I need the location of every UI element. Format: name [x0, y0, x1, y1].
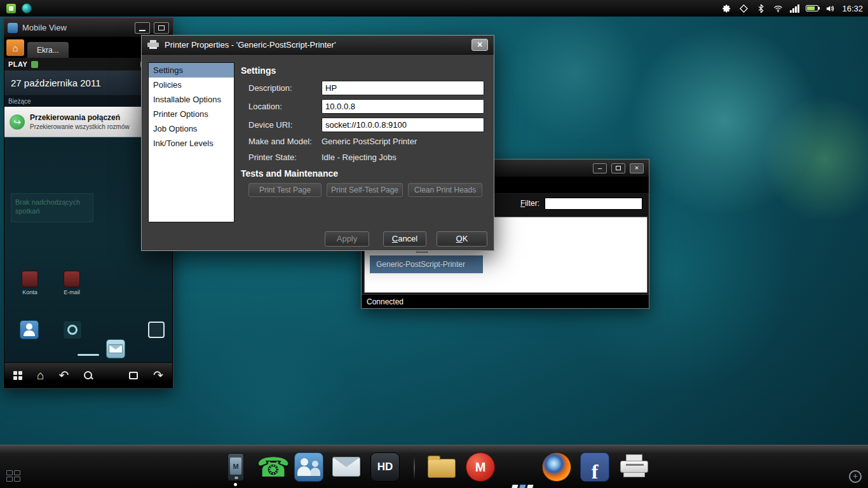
- description-label: Description:: [248, 83, 292, 93]
- mobile-view-app-icon: [8, 23, 18, 33]
- maximize-button[interactable]: [611, 163, 625, 173]
- date-text: 27 października 2011: [11, 78, 101, 88]
- printer-properties-dialog: Printer Properties - 'Generic-PostScript…: [141, 35, 494, 251]
- tray-left: [6, 3, 32, 13]
- status-widget-icon: [31, 61, 38, 68]
- dialog-titlebar[interactable]: Printer Properties - 'Generic-PostScript…: [142, 36, 494, 55]
- sidebar-item-policies[interactable]: Policies: [149, 78, 234, 92]
- search-icon[interactable]: [83, 370, 93, 381]
- phone-app-contacts[interactable]: [20, 320, 39, 339]
- sidebar-item-installable-options[interactable]: Installable Options: [149, 92, 234, 107]
- shortcut-label: Konta: [17, 289, 43, 295]
- mobile-view-dock-icon[interactable]: M: [221, 452, 250, 482]
- location-input[interactable]: [322, 99, 484, 114]
- hd-multimedia-dock-icon[interactable]: HD: [370, 452, 400, 482]
- hd-label: HD: [377, 461, 393, 473]
- location-label: Location:: [248, 102, 282, 111]
- volume-icon[interactable]: [825, 3, 836, 14]
- cancel-button[interactable]: Cancel: [383, 231, 426, 247]
- notification-subtitle: Przekierowanie wszystkich rozmów: [30, 123, 130, 130]
- facebook-dock-icon[interactable]: f: [580, 452, 609, 482]
- tray-right: 16:32: [721, 3, 863, 14]
- shortcut-label: E-mail: [59, 289, 85, 295]
- printer-list-item[interactable]: Generic-PostScript-Printer: [370, 255, 483, 273]
- settings-nav: Settings Policies Installable Options Pr…: [148, 62, 234, 222]
- make-model-value: Generic PostScript Printer: [322, 137, 417, 146]
- screen: 16:32 Mobile View ⌂ Ekra... PLAY: [0, 0, 868, 488]
- sidebar-item-printer-options[interactable]: Printer Options: [149, 107, 234, 121]
- apply-button[interactable]: Apply: [325, 231, 369, 247]
- notification-title: Przekierowania połączeń: [30, 113, 130, 122]
- facebook-logo: f: [592, 462, 599, 481]
- sidebar-item-settings[interactable]: Settings: [149, 63, 234, 78]
- phone-app-frame[interactable]: [148, 322, 165, 338]
- print-self-test-page-button[interactable]: Print Self-Test Page: [327, 183, 403, 197]
- phone-app-mail[interactable]: [106, 339, 125, 358]
- zoom-plus-icon[interactable]: +: [849, 470, 862, 483]
- home-tab-button[interactable]: ⌂: [6, 39, 24, 56]
- make-model-label: Make and Model:: [248, 137, 312, 146]
- clean-print-heads-button[interactable]: Clean Print Heads: [408, 183, 482, 197]
- contacts-dock-icon[interactable]: [294, 452, 323, 482]
- apps-grid-icon[interactable]: [13, 371, 22, 380]
- rotation-lock-icon[interactable]: [738, 3, 749, 14]
- battery-icon[interactable]: [806, 5, 818, 11]
- printer-icon: [147, 40, 159, 50]
- bluetooth-icon[interactable]: [756, 3, 766, 14]
- dock-separator: [414, 455, 415, 479]
- filter-label: Filter:: [520, 199, 539, 208]
- konta-icon: [22, 271, 38, 287]
- mobile-view-title: Mobile View: [22, 23, 67, 32]
- maximize-button[interactable]: [154, 22, 169, 34]
- print-test-page-button[interactable]: Print Test Page: [248, 183, 322, 197]
- minimize-button[interactable]: –: [593, 163, 607, 173]
- settings-heading: Settings: [241, 65, 276, 76]
- printing-dock-icon[interactable]: [620, 452, 649, 482]
- calendar-widget[interactable]: Brak nadchodzących spotkań: [11, 193, 93, 222]
- motorola-dock-icon[interactable]: M: [466, 452, 495, 482]
- media-dock-icon[interactable]: [505, 482, 534, 488]
- filter-input[interactable]: [545, 198, 642, 210]
- files-dock-icon[interactable]: [428, 452, 457, 482]
- dock: M ☎ HD M f +: [0, 445, 868, 488]
- printer-state-value: Idle - Rejecting Jobs: [322, 152, 397, 162]
- sidebar-item-ink-toner-levels[interactable]: Ink/Toner Levels: [149, 136, 234, 151]
- phone-nav-bar: ⌂ ↶ ↷: [4, 362, 172, 388]
- wifi-icon[interactable]: [773, 3, 783, 14]
- home-icon[interactable]: ⌂: [37, 369, 44, 381]
- firefox-dock-icon[interactable]: [542, 452, 571, 482]
- email-icon: [64, 271, 80, 287]
- phone-app-generic[interactable]: [63, 320, 82, 339]
- close-button[interactable]: ×: [630, 163, 644, 173]
- minimize-button[interactable]: [135, 22, 150, 34]
- fullscreen-icon[interactable]: [129, 372, 138, 379]
- gear-icon[interactable]: [721, 3, 732, 14]
- call-forward-icon: ↪: [10, 114, 25, 130]
- active-app-indicator: [234, 483, 237, 486]
- email-dock-icon[interactable]: [332, 452, 362, 482]
- sidebar-item-job-options[interactable]: Job Options: [149, 121, 234, 136]
- close-button[interactable]: ×: [471, 39, 488, 51]
- signal-strength-icon[interactable]: [790, 4, 799, 13]
- back-icon[interactable]: ↶: [58, 369, 69, 381]
- tests-heading: Tests and Maintenance: [241, 168, 338, 179]
- dialer-dock-icon[interactable]: ☎: [257, 452, 286, 482]
- home-icon: ⌂: [12, 43, 18, 53]
- carrier-label: PLAY: [8, 60, 27, 68]
- tab-ekran[interactable]: Ekra...: [27, 42, 69, 58]
- top-status-bar: 16:32: [0, 0, 868, 17]
- device-uri-input[interactable]: [322, 118, 484, 132]
- status-bar: Connected: [362, 294, 649, 308]
- shortcut-email[interactable]: E-mail: [59, 271, 85, 295]
- ok-button[interactable]: OK: [437, 231, 487, 247]
- shortcut-konta[interactable]: Konta: [17, 271, 43, 295]
- motorola-logo: M: [475, 460, 486, 475]
- dialog-title: Printer Properties - 'Generic-PostScript…: [165, 40, 336, 50]
- forward-icon[interactable]: ↷: [153, 369, 163, 381]
- widget-green-icon[interactable]: [6, 4, 16, 13]
- show-windows-icon[interactable]: [6, 470, 20, 482]
- webtop-app-icon[interactable]: [22, 3, 32, 13]
- device-uri-label: Device URI:: [248, 120, 292, 130]
- description-input[interactable]: [322, 81, 484, 95]
- clock[interactable]: 16:32: [842, 4, 863, 13]
